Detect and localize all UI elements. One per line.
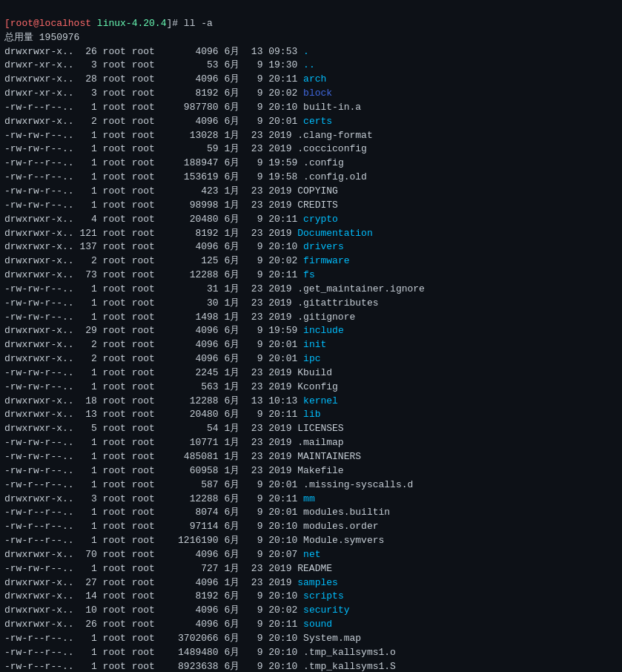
file-listing: drwxrwxr-x.. 26 root root 4096 6月 13 09:… xyxy=(4,45,618,672)
list-item: -rw-rw-r--.. 1 root root 13028 1月 23 201… xyxy=(4,129,618,143)
disk-usage: 总用量 1950976 xyxy=(4,31,618,45)
list-item: drwxrwxr-x.. 14 root root 8192 6月 9 20:1… xyxy=(4,590,618,604)
list-item: drwxrwxr-x.. 13 root root 20480 6月 9 20:… xyxy=(4,408,618,422)
list-item: -rw-rw-r--.. 1 root root 60958 1月 23 201… xyxy=(4,464,618,478)
list-item: drwxrwxr-x.. 2 root root 4096 6月 9 20:01… xyxy=(4,352,618,366)
list-item: drwxrwxr-x.. 27 root root 4096 1月 23 201… xyxy=(4,576,618,590)
list-item: drwxrwxr-x.. 18 root root 12288 6月 13 10… xyxy=(4,395,618,409)
list-item: -rw-rw-r--.. 1 root root 10771 1月 23 201… xyxy=(4,436,618,450)
list-item: drwxrwxr-x.. 10 root root 4096 6月 9 20:0… xyxy=(4,604,618,618)
prompt-line: [root@localhost linux-4.20.4]# ll -a xyxy=(4,3,618,31)
list-item: -rw-rw-r--.. 1 root root 98998 1月 23 201… xyxy=(4,199,618,213)
list-item: drwxrwxr-x.. 4 root root 20480 6月 9 20:1… xyxy=(4,213,618,227)
list-item: drwxrwxr-x.. 26 root root 4096 6月 9 20:1… xyxy=(4,618,618,632)
list-item: -rw-r--r--.. 1 root root 153619 6月 9 19:… xyxy=(4,171,618,185)
list-item: drwxrwxr-x.. 70 root root 4096 6月 9 20:0… xyxy=(4,548,618,562)
list-item: -rw-rw-r--.. 1 root root 563 1月 23 2019 … xyxy=(4,381,618,395)
list-item: -rw-r--r--.. 1 root root 1216190 6月 9 20… xyxy=(4,534,618,548)
list-item: -rw-r--r--.. 1 root root 188947 6月 9 19:… xyxy=(4,157,618,171)
list-item: drwxr-xr-x.. 3 root root 8192 6月 9 20:02… xyxy=(4,87,618,101)
list-item: -rw-rw-r--.. 1 root root 485081 1月 23 20… xyxy=(4,450,618,464)
list-item: -rw-r--r--.. 1 root root 1489480 6月 9 20… xyxy=(4,646,618,660)
list-item: drwxrwxr-x.. 29 root root 4096 6月 9 19:5… xyxy=(4,324,618,338)
list-item: -rw-r--r--.. 1 root root 97114 6月 9 20:1… xyxy=(4,520,618,534)
list-item: -rw-rw-r--.. 1 root root 31 1月 23 2019 .… xyxy=(4,283,618,297)
list-item: -rw-r--r--.. 1 root root 8923638 6月 9 20… xyxy=(4,660,618,672)
list-item: -rw-rw-r--.. 1 root root 30 1月 23 2019 .… xyxy=(4,297,618,311)
list-item: -rw-rw-r--.. 1 root root 423 1月 23 2019 … xyxy=(4,185,618,199)
list-item: -rw-rw-r--.. 1 root root 1498 1月 23 2019… xyxy=(4,311,618,325)
list-item: -rw-rw-r--.. 1 root root 2245 1月 23 2019… xyxy=(4,366,618,381)
prompt-text: ]# ll -a xyxy=(166,18,212,29)
list-item: drwxrwxr-x.. 121 root root 8192 1月 23 20… xyxy=(4,227,618,241)
prompt-user: [root@localhost xyxy=(4,18,91,29)
list-item: -rw-rw-r--.. 1 root root 727 1月 23 2019 … xyxy=(4,562,618,576)
list-item: drwxrwxr-x.. 26 root root 4096 6月 13 09:… xyxy=(4,45,618,59)
list-item: -rw-r--r--.. 1 root root 3702066 6月 9 20… xyxy=(4,632,618,646)
list-item: drwxr-xr-x.. 3 root root 53 6月 9 19:30 .… xyxy=(4,59,618,73)
list-item: drwxrwxr-x.. 2 root root 4096 6月 9 20:01… xyxy=(4,115,618,129)
list-item: drwxrwxr-x.. 2 root root 125 6月 9 20:02 … xyxy=(4,254,618,269)
list-item: drwxrwxr-x.. 2 root root 4096 6月 9 20:01… xyxy=(4,338,618,352)
list-item: drwxrwxr-x.. 137 root root 4096 6月 9 20:… xyxy=(4,240,618,254)
list-item: drwxrwxr-x.. 5 root root 54 1月 23 2019 L… xyxy=(4,422,618,436)
list-item: -rw-rw-r--.. 1 root root 59 1月 23 2019 .… xyxy=(4,142,618,157)
list-item: drwxrwxr-x.. 3 root root 12288 6月 9 20:1… xyxy=(4,493,618,507)
terminal-window: { "prompt": { "user": "root", "at": "@",… xyxy=(0,0,622,672)
list-item: drwxrwxr-x.. 73 root root 12288 6月 9 20:… xyxy=(4,269,618,283)
list-item: -rw-r--r--.. 1 root root 587 6月 9 20:01 … xyxy=(4,478,618,493)
list-item: -rw-r--r--.. 1 root root 987780 6月 9 20:… xyxy=(4,101,618,115)
list-item: -rw-r--r--.. 1 root root 8074 6月 9 20:01… xyxy=(4,506,618,520)
list-item: drwxrwxr-x.. 28 root root 4096 6月 9 20:1… xyxy=(4,73,618,87)
prompt-path: linux-4.20.4 xyxy=(91,18,166,29)
